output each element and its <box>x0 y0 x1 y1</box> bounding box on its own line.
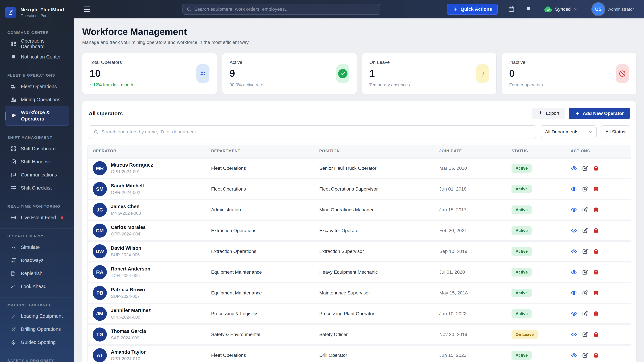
view-button[interactable] <box>571 269 577 275</box>
delete-button[interactable] <box>593 352 599 359</box>
delete-button[interactable] <box>593 207 599 213</box>
view-button[interactable] <box>571 186 577 192</box>
edit-button[interactable] <box>582 269 588 275</box>
avatar: DW <box>93 244 107 258</box>
status-badge: Active <box>512 247 532 256</box>
edit-button[interactable] <box>582 331 588 338</box>
global-search-input[interactable] <box>194 6 376 12</box>
operator-name: Sarah Mitchell <box>111 183 144 189</box>
operator-name: Robert Anderson <box>111 266 150 272</box>
operators-search-input[interactable] <box>102 129 532 135</box>
page-title: Workforce Management <box>82 26 636 37</box>
delete-button[interactable] <box>593 227 599 234</box>
chevron-down-icon <box>573 7 578 12</box>
sidebar-item-guided-spotting[interactable]: Guided Spotting <box>5 336 69 349</box>
sidebar-section-shift-management: SHIFT MANAGEMENT Shift Dashboard Shift H… <box>0 130 74 199</box>
user-avatar[interactable]: US <box>592 3 604 15</box>
quick-actions-button[interactable]: Quick Actions <box>447 4 498 15</box>
edit-button[interactable] <box>582 248 588 255</box>
stat-label: On Leave <box>370 60 489 65</box>
sidebar-item-loading-equipment[interactable]: Loading Equipment <box>5 310 69 323</box>
status-badge: Active <box>512 205 532 214</box>
status-filter-select[interactable]: All Status <box>601 125 630 138</box>
cell-position: Heavy Equipment Mechanic <box>314 270 434 275</box>
export-label: Export <box>546 111 559 116</box>
view-button[interactable] <box>571 352 577 359</box>
sync-status[interactable]: Synced <box>544 6 578 12</box>
calendar-icon[interactable] <box>508 6 515 12</box>
sync-status-label: Synced <box>555 6 570 12</box>
operators-panel: All Operators Export Add New Operator Al… <box>82 101 636 362</box>
sidebar-item-shift-checklist[interactable]: Shift Checklist <box>5 181 69 194</box>
sidebar-item-workforce-operators[interactable]: Workforce & Operators <box>5 106 69 125</box>
department-filter-select[interactable]: All Departments <box>541 125 597 138</box>
delete-button[interactable] <box>593 331 599 338</box>
view-button[interactable] <box>571 331 577 338</box>
view-button[interactable] <box>571 207 577 213</box>
edit-button[interactable] <box>582 352 588 359</box>
app-name: Nexgile-FleetMind <box>20 7 64 12</box>
delete-button[interactable] <box>593 186 599 192</box>
sidebar-item-label: Workforce & Operators <box>21 109 63 122</box>
sidebar-item-simulate[interactable]: Simulate <box>5 241 69 254</box>
view-button[interactable] <box>571 248 577 255</box>
users-icon <box>196 64 210 83</box>
export-button[interactable]: Export <box>532 108 565 119</box>
status-filter-value: All Status <box>606 129 625 135</box>
cell-department: Administration <box>206 207 314 213</box>
sidebar-item-drilling-operations[interactable]: Drilling Operations <box>5 323 69 336</box>
cell-position: Maintenance Supervisor <box>314 290 434 296</box>
sidebar-item-label: Drilling Operations <box>21 327 61 332</box>
stat-note: Former operators <box>509 82 629 87</box>
sidebar-item-shift-dashboard[interactable]: Shift Dashboard <box>5 142 69 155</box>
menu-icon[interactable] <box>84 6 90 12</box>
avatar: MR <box>93 161 107 175</box>
delete-button[interactable] <box>593 269 599 275</box>
sidebar-item-replenish[interactable]: Replenish <box>5 267 69 280</box>
column-header: DEPARTMENT <box>206 149 314 153</box>
quick-actions-label: Quick Actions <box>460 6 492 12</box>
edit-button[interactable] <box>582 311 588 317</box>
palm-icon <box>476 64 489 83</box>
sidebar-item-live-event-feed[interactable]: Live Event Feed <box>5 211 69 224</box>
sidebar-item-roadways[interactable]: Roadways <box>5 254 69 267</box>
search-icon <box>186 7 192 12</box>
delete-button[interactable] <box>593 311 599 317</box>
cell-position: Fleet Operations Supervisor <box>314 186 434 192</box>
add-new-operator-button[interactable]: Add New Operator <box>569 108 630 119</box>
edit-icon <box>582 352 588 359</box>
eye-icon <box>571 207 577 213</box>
edit-button[interactable] <box>582 227 588 234</box>
delete-button[interactable] <box>593 165 599 171</box>
table-header: OPERATOR DEPARTMENT POSITION JOIN DATE S… <box>88 145 631 157</box>
list-checks-icon <box>11 185 16 191</box>
operator-id: OPR-2024-004 <box>111 231 146 237</box>
sidebar-item-communications[interactable]: Communications <box>5 168 69 181</box>
sidebar-item-notification-center[interactable]: Notification Center <box>5 50 69 63</box>
stat-value: 9 <box>230 68 349 79</box>
edit-button[interactable] <box>582 207 588 213</box>
edit-button[interactable] <box>582 186 588 192</box>
sidebar-item-mining-operations[interactable]: Mining Operations <box>5 93 69 106</box>
edit-button[interactable] <box>582 290 588 296</box>
edit-button[interactable] <box>582 165 588 171</box>
bell-icon[interactable] <box>525 6 532 12</box>
view-button[interactable] <box>571 227 577 234</box>
operator-name: Jennifer Martinez <box>111 308 151 313</box>
delete-button[interactable] <box>593 290 599 296</box>
view-button[interactable] <box>571 165 577 171</box>
column-header: OPERATOR <box>88 149 206 153</box>
sidebar-item-fleet-operations[interactable]: Fleet Operations <box>5 80 69 93</box>
view-button[interactable] <box>571 311 577 317</box>
sidebar-item-operations-dashboard[interactable]: Operations Dashboard <box>5 37 69 50</box>
sidebar-item-shift-handover[interactable]: Shift Handover <box>5 155 69 168</box>
worker-gear-icon <box>11 113 16 119</box>
edit-icon <box>582 207 588 213</box>
view-button[interactable] <box>571 290 577 296</box>
eye-icon <box>571 311 577 317</box>
sidebar-item-look-ahead[interactable]: Look Ahead <box>5 280 69 293</box>
sidebar: Nexgile-FleetMind Operations Portal COMM… <box>0 0 74 362</box>
operator-id: TCH-2024-006 <box>111 273 150 278</box>
delete-button[interactable] <box>593 248 599 255</box>
operator-id: MNG-2024-003 <box>111 211 141 216</box>
